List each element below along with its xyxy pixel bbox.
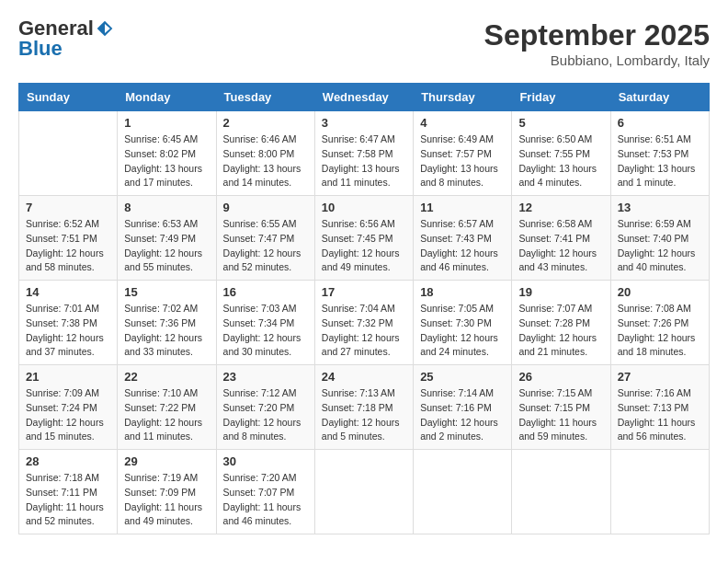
weekday-header-sunday: Sunday [19,84,118,111]
sunset-text: Sunset: 8:02 PM [124,148,196,159]
month-title: September 2025 [484,18,710,52]
logo-general-text: General [18,18,94,39]
daylight-text: Daylight: 11 hours and 52 minutes. [26,501,104,527]
day-info: Sunrise: 7:09 AM Sunset: 7:24 PM Dayligh… [26,386,110,444]
daylight-text: Daylight: 12 hours and 11 minutes. [124,417,202,442]
daylight-text: Daylight: 11 hours and 49 minutes. [124,501,202,527]
daylight-text: Daylight: 12 hours and 18 minutes. [618,332,696,358]
daylight-text: Daylight: 12 hours and 40 minutes. [618,247,696,273]
weekday-header-wednesday: Wednesday [314,84,413,111]
day-number: 13 [618,201,702,214]
calendar-cell: 2 Sunrise: 6:46 AM Sunset: 8:00 PM Dayli… [216,111,314,196]
day-info: Sunrise: 7:04 AM Sunset: 7:32 PM Dayligh… [322,302,406,360]
calendar-week-row: 28 Sunrise: 7:18 AM Sunset: 7:11 PM Dayl… [19,450,710,534]
daylight-text: Daylight: 12 hours and 46 minutes. [420,247,498,273]
logo: General Blue [18,18,114,59]
calendar-week-row: 21 Sunrise: 7:09 AM Sunset: 7:24 PM Dayl… [19,365,710,450]
weekday-header-tuesday: Tuesday [216,84,314,111]
daylight-text: Daylight: 12 hours and 55 minutes. [124,247,202,273]
sunset-text: Sunset: 7:07 PM [223,487,295,498]
calendar-cell: 4 Sunrise: 6:49 AM Sunset: 7:57 PM Dayli… [414,111,512,196]
day-info: Sunrise: 7:18 AM Sunset: 7:11 PM Dayligh… [26,471,110,529]
sunrise-text: Sunrise: 7:20 AM [223,472,297,483]
sunset-text: Sunset: 7:38 PM [26,317,97,328]
sunset-text: Sunset: 7:18 PM [322,402,393,413]
sunrise-text: Sunrise: 6:55 AM [223,218,297,229]
calendar-cell: 29 Sunrise: 7:19 AM Sunset: 7:09 PM Dayl… [118,450,216,534]
sunset-text: Sunset: 7:11 PM [26,487,97,498]
calendar-cell: 7 Sunrise: 6:52 AM Sunset: 7:51 PM Dayli… [19,196,118,281]
sunset-text: Sunset: 7:58 PM [322,148,393,159]
day-number: 9 [223,201,308,214]
daylight-text: Daylight: 12 hours and 8 minutes. [223,417,301,442]
daylight-text: Daylight: 12 hours and 52 minutes. [223,247,301,273]
day-number: 12 [518,201,603,214]
day-number: 26 [518,370,603,384]
day-info: Sunrise: 6:56 AM Sunset: 7:45 PM Dayligh… [322,217,406,275]
sunset-text: Sunset: 7:43 PM [420,233,492,244]
calendar-cell: 22 Sunrise: 7:10 AM Sunset: 7:22 PM Dayl… [118,365,216,450]
sunrise-text: Sunrise: 6:56 AM [322,218,395,229]
sunset-text: Sunset: 7:32 PM [322,317,393,328]
calendar-week-row: 14 Sunrise: 7:01 AM Sunset: 7:38 PM Dayl… [19,281,710,365]
day-info: Sunrise: 7:05 AM Sunset: 7:30 PM Dayligh… [420,302,505,360]
day-number: 25 [420,370,505,384]
day-info: Sunrise: 6:51 AM Sunset: 7:53 PM Dayligh… [618,132,702,190]
day-number: 15 [124,285,209,299]
calendar-cell: 19 Sunrise: 7:07 AM Sunset: 7:28 PM Dayl… [512,281,610,365]
daylight-text: Daylight: 13 hours and 14 minutes. [223,163,301,189]
sunset-text: Sunset: 7:20 PM [223,402,295,413]
calendar-cell: 20 Sunrise: 7:08 AM Sunset: 7:26 PM Dayl… [610,281,709,365]
sunrise-text: Sunrise: 7:15 AM [518,387,592,398]
daylight-text: Daylight: 12 hours and 58 minutes. [26,247,104,273]
sunrise-text: Sunrise: 6:45 AM [124,133,198,144]
logo-blue-text: Blue [18,39,63,59]
calendar-cell: 9 Sunrise: 6:55 AM Sunset: 7:47 PM Dayli… [216,196,314,281]
day-info: Sunrise: 6:55 AM Sunset: 7:47 PM Dayligh… [223,217,308,275]
daylight-text: Daylight: 12 hours and 2 minutes. [420,417,498,442]
day-number: 14 [26,285,110,299]
day-info: Sunrise: 7:02 AM Sunset: 7:36 PM Dayligh… [124,302,209,360]
day-info: Sunrise: 6:57 AM Sunset: 7:43 PM Dayligh… [420,217,505,275]
day-info: Sunrise: 7:16 AM Sunset: 7:13 PM Dayligh… [618,386,702,444]
calendar-cell: 18 Sunrise: 7:05 AM Sunset: 7:30 PM Dayl… [414,281,512,365]
sunset-text: Sunset: 7:22 PM [124,402,196,413]
day-number: 2 [223,116,308,130]
day-number: 3 [322,116,406,130]
logo-icon [96,19,114,38]
day-number: 1 [124,116,209,130]
sunrise-text: Sunrise: 6:59 AM [618,218,691,229]
calendar-cell: 17 Sunrise: 7:04 AM Sunset: 7:32 PM Dayl… [314,281,413,365]
sunrise-text: Sunrise: 7:04 AM [322,303,395,314]
sunrise-text: Sunrise: 7:09 AM [26,387,99,398]
day-info: Sunrise: 6:59 AM Sunset: 7:40 PM Dayligh… [618,217,702,275]
calendar-cell [610,450,709,534]
day-info: Sunrise: 7:10 AM Sunset: 7:22 PM Dayligh… [124,386,209,444]
day-info: Sunrise: 6:46 AM Sunset: 8:00 PM Dayligh… [223,132,308,190]
location: Bubbiano, Lombardy, Italy [484,52,710,68]
sunrise-text: Sunrise: 7:19 AM [124,472,198,483]
day-info: Sunrise: 6:47 AM Sunset: 7:58 PM Dayligh… [322,132,406,190]
calendar-cell: 10 Sunrise: 6:56 AM Sunset: 7:45 PM Dayl… [314,196,413,281]
sunrise-text: Sunrise: 6:49 AM [420,133,494,144]
sunset-text: Sunset: 7:13 PM [618,402,689,413]
sunrise-text: Sunrise: 6:53 AM [124,218,198,229]
sunrise-text: Sunrise: 7:12 AM [223,387,297,398]
day-number: 23 [223,370,308,384]
sunset-text: Sunset: 7:55 PM [518,148,590,159]
day-info: Sunrise: 6:49 AM Sunset: 7:57 PM Dayligh… [420,132,505,190]
daylight-text: Daylight: 12 hours and 33 minutes. [124,332,202,358]
day-number: 30 [223,454,308,468]
sunrise-text: Sunrise: 6:58 AM [518,218,592,229]
sunrise-text: Sunrise: 7:02 AM [124,303,198,314]
sunrise-text: Sunrise: 7:03 AM [223,303,297,314]
day-number: 6 [618,116,702,130]
day-number: 17 [322,285,406,299]
day-number: 16 [223,285,308,299]
day-info: Sunrise: 6:58 AM Sunset: 7:41 PM Dayligh… [518,217,603,275]
sunset-text: Sunset: 7:30 PM [420,317,492,328]
sunset-text: Sunset: 7:26 PM [618,317,689,328]
daylight-text: Daylight: 13 hours and 4 minutes. [518,163,597,189]
sunrise-text: Sunrise: 7:08 AM [618,303,691,314]
sunset-text: Sunset: 7:57 PM [420,148,492,159]
